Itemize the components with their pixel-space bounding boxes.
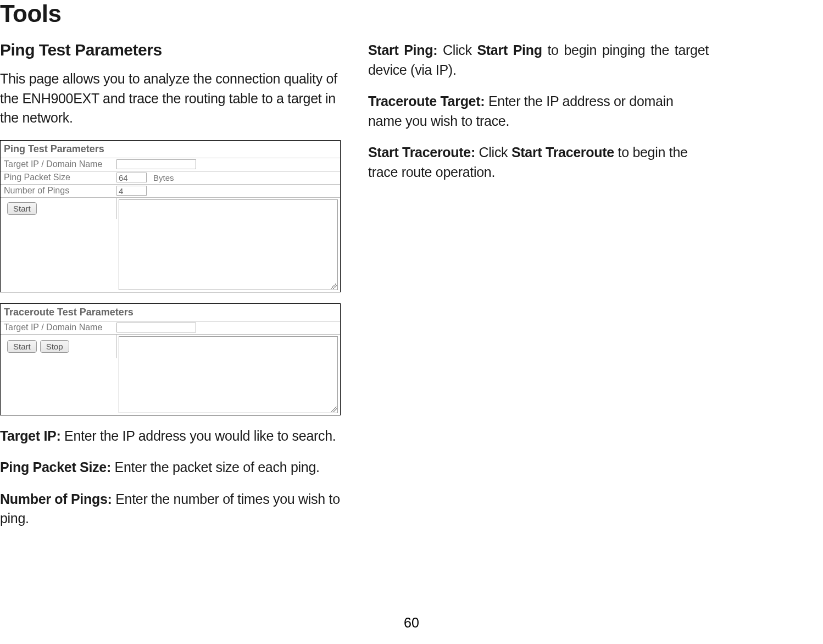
packet-size-unit: Bytes	[153, 173, 174, 182]
traceroute-stop-button[interactable]: Stop	[40, 340, 69, 353]
start-traceroute-description: Start Traceroute: Click Start Traceroute…	[368, 143, 709, 182]
page-number: 60	[404, 615, 419, 631]
number-pings-input[interactable]	[116, 186, 147, 196]
traceroute-start-button[interactable]: Start	[7, 340, 37, 353]
traceroute-target-input[interactable]	[116, 323, 196, 332]
traceroute-panel-title: Traceroute Test Parameters	[1, 304, 340, 321]
resize-handle-icon	[331, 407, 337, 412]
packet-size-label: Ping Packet Size	[4, 173, 116, 182]
target-ip-description: Target IP: Enter the IP address you woul…	[0, 426, 341, 446]
ping-output	[119, 199, 338, 290]
number-pings-description: Number of Pings: Enter the number of tim…	[0, 490, 341, 529]
ping-panel-title: Ping Test Parameters	[1, 141, 340, 158]
traceroute-target-label: Target IP / Domain Name	[4, 323, 116, 332]
traceroute-target-description: Traceroute Target: Enter the IP address …	[368, 92, 709, 131]
intro-paragraph: This page allows you to analyze the conn…	[0, 69, 341, 128]
traceroute-output	[119, 336, 338, 413]
traceroute-panel: Traceroute Test Parameters Target IP / D…	[0, 303, 341, 415]
packet-size-input[interactable]	[116, 173, 147, 182]
target-ip-label: Target IP / Domain Name	[4, 159, 116, 169]
page-title: Tools	[0, 0, 823, 27]
number-pings-label: Number of Pings	[4, 186, 116, 196]
start-ping-description: Start Ping: Click Start Ping to begin pi…	[368, 41, 709, 80]
section-title: Ping Test Parameters	[0, 41, 341, 59]
ping-start-button[interactable]: Start	[7, 202, 37, 215]
ping-panel: Ping Test Parameters Target IP / Domain …	[0, 140, 341, 292]
resize-handle-icon	[331, 284, 337, 289]
target-ip-input[interactable]	[116, 159, 196, 169]
packet-size-description: Ping Packet Size: Enter the packet size …	[0, 458, 341, 478]
